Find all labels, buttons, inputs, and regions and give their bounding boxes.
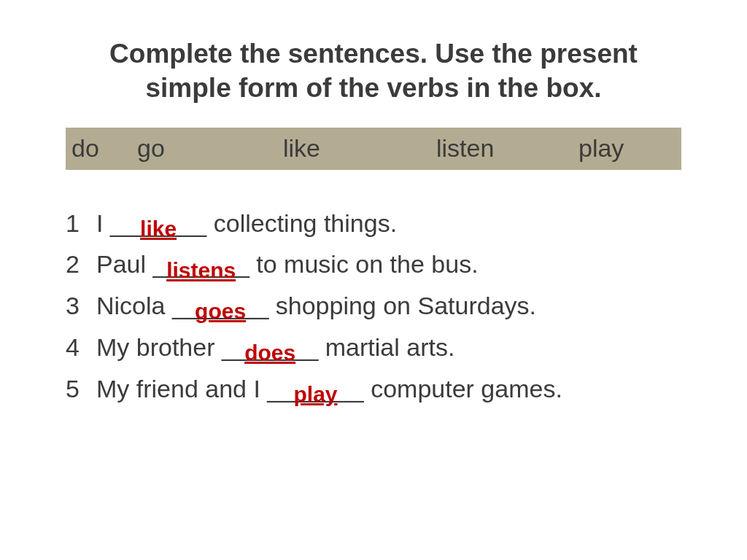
verb-go: go bbox=[137, 134, 283, 163]
verb-like: like bbox=[283, 134, 436, 163]
text-post: to music on the bus. bbox=[249, 250, 479, 278]
item-number: 4 bbox=[66, 334, 96, 361]
sentence-text: My brother _______does martial arts. bbox=[96, 334, 454, 361]
blank: _______play bbox=[267, 376, 363, 402]
text-pre: My friend and I bbox=[96, 375, 267, 402]
text-pre: Paul bbox=[96, 250, 153, 278]
slide-title: Complete the sentences. Use the present … bbox=[66, 36, 681, 106]
blank: _______does bbox=[222, 334, 318, 361]
text-post: collecting things. bbox=[206, 209, 397, 237]
sentence-row: 2 Paul _______listens to music on the bu… bbox=[66, 251, 681, 278]
blank: _______listens bbox=[153, 251, 249, 278]
text-pre: Nicola bbox=[96, 292, 172, 319]
text-post: martial arts. bbox=[318, 333, 454, 361]
sentence-row: 5 My friend and I _______play computer g… bbox=[66, 376, 681, 402]
answer: does bbox=[222, 341, 318, 365]
blank: _______goes bbox=[172, 292, 268, 319]
item-number: 3 bbox=[66, 292, 96, 319]
slide: Complete the sentences. Use the present … bbox=[0, 0, 747, 560]
sentence-row: 1 I _______like collecting things. bbox=[66, 210, 681, 237]
sentence-text: Paul _______listens to music on the bus. bbox=[96, 251, 479, 278]
sentence-text: I _______like collecting things. bbox=[96, 210, 397, 237]
verb-listen: listen bbox=[436, 134, 578, 163]
title-line-2: simple form of the verbs in the box. bbox=[146, 73, 602, 103]
verb-play: play bbox=[578, 134, 624, 163]
answer: play bbox=[267, 383, 363, 406]
title-line-1: Complete the sentences. Use the present bbox=[109, 39, 638, 69]
blank: _______like bbox=[110, 210, 206, 237]
sentence-row: 3 Nicola _______goes shopping on Saturda… bbox=[66, 292, 681, 319]
verb-box: do go like listen play bbox=[66, 128, 681, 170]
text-pre: I bbox=[96, 209, 110, 237]
item-number: 5 bbox=[66, 376, 96, 402]
sentence-row: 4 My brother _______does martial arts. bbox=[66, 334, 681, 361]
text-pre: My brother bbox=[96, 333, 222, 361]
sentence-list: 1 I _______like collecting things. 2 Pau… bbox=[66, 210, 681, 402]
text-post: computer games. bbox=[364, 375, 562, 402]
item-number: 2 bbox=[66, 251, 96, 278]
sentence-text: My friend and I _______play computer gam… bbox=[96, 376, 562, 402]
verb-do: do bbox=[71, 134, 137, 163]
sentence-text: Nicola _______goes shopping on Saturdays… bbox=[96, 292, 536, 319]
item-number: 1 bbox=[66, 210, 96, 237]
answer: like bbox=[110, 217, 206, 241]
answer: goes bbox=[172, 300, 268, 323]
answer: listens bbox=[153, 259, 249, 282]
text-post: shopping on Saturdays. bbox=[268, 292, 536, 319]
